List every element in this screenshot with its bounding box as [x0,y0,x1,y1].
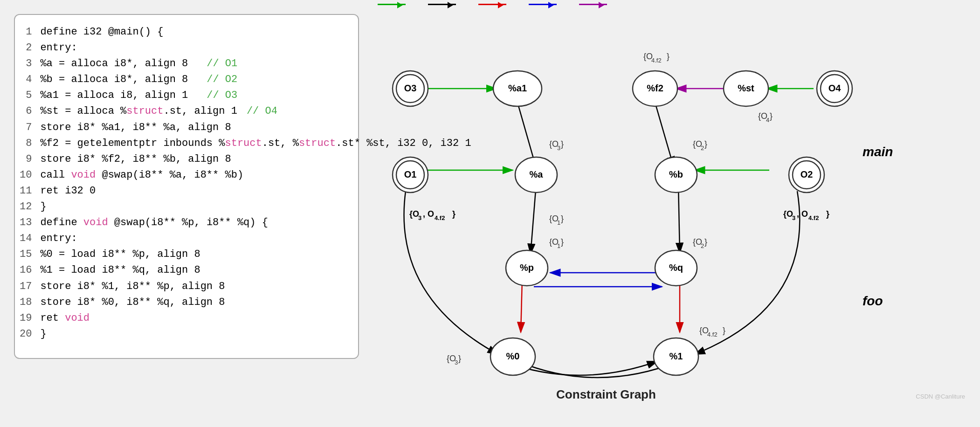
line-number: 16 [20,262,40,278]
line-number: 1 [20,24,40,40]
svg-text:}: } [826,209,829,219]
svg-text:O3: O3 [404,83,417,93]
line-number: 7 [20,120,40,136]
line-number: 5 [20,88,40,103]
line-number: 9 [20,152,40,167]
line-number: 18 [20,295,40,310]
line-number: 3 [20,56,40,72]
field-arrow [579,4,607,5]
line-number: 2 [20,40,40,56]
graph-panel: {O 3 } {O 1 } {O 2 } {O 1 } {O 2 } {O 3 … [368,0,980,427]
svg-text:, O: , O [423,209,434,219]
svg-text:}: } [561,214,564,223]
svg-text:4.f2: 4.f2 [707,331,718,338]
svg-text:3: 3 [557,145,560,152]
svg-text:4.f2: 4.f2 [651,57,662,64]
svg-text:}: } [561,139,564,149]
svg-text:CSDN @Canliture: CSDN @Canliture [916,393,965,400]
svg-text:4: 4 [766,117,769,124]
svg-text:}: } [452,209,455,219]
svg-line-14 [521,280,522,332]
svg-text:4.f2: 4.f2 [808,214,819,221]
graph-svg: {O 3 } {O 1 } {O 2 } {O 1 } {O 2 } {O 3 … [368,26,980,408]
svg-text:%st: %st [738,83,754,93]
svg-text:foo: foo [863,294,883,308]
svg-line-13 [678,184,680,253]
legend-address [378,4,409,5]
svg-text:%f2: %f2 [647,83,663,93]
svg-text:O2: O2 [801,169,813,179]
svg-text:}: } [704,237,707,247]
svg-text:, O: , O [797,209,808,219]
svg-text:1: 1 [557,219,560,226]
copy-arrow [428,4,456,5]
graph-container: {O 3 } {O 1 } {O 2 } {O 1 } {O 2 } {O 3 … [368,26,980,422]
line-number: 14 [20,231,40,247]
svg-text:%a: %a [530,169,544,179]
line-number: 19 [20,310,40,326]
svg-text:%b: %b [669,169,683,179]
llvm-ir-panel: 1 define i32 @main() { 2 entry: 3 %a = a… [14,14,359,359]
svg-text:main: main [863,145,893,159]
svg-text:4.f2: 4.f2 [435,214,445,221]
line-number: 20 [20,326,40,342]
line-number: 8 [20,136,40,152]
line-number: 6 [20,103,40,119]
legend-field [579,4,611,5]
line-number: 12 [20,199,40,215]
legend-load [478,4,510,5]
svg-text:%1: %1 [669,351,683,361]
svg-text:3: 3 [418,214,421,221]
address-arrow [378,4,406,5]
svg-text:O1: O1 [404,169,417,179]
line-number: 15 [20,247,40,262]
legend [378,4,611,5]
svg-text:}: } [723,326,725,335]
line-number: 4 [20,72,40,88]
svg-text:Constraint Graph: Constraint Graph [556,387,656,401]
svg-text:3: 3 [792,214,795,221]
svg-text:%0: %0 [506,351,520,361]
svg-text:2: 2 [701,145,704,152]
svg-text:%q: %q [669,262,683,273]
store-arrow [529,4,557,5]
line-number: 13 [20,215,40,231]
svg-text:1: 1 [557,242,560,249]
svg-text:}: } [561,237,564,247]
line-number: 10 [20,167,40,183]
svg-text:}: } [458,354,461,363]
svg-text:O4: O4 [828,83,842,93]
svg-text:%p: %p [520,262,534,273]
svg-text:{O: {O [409,209,419,219]
load-arrow [478,4,506,5]
legend-copy [428,4,460,5]
svg-text:}: } [770,111,773,121]
svg-text:}: } [667,52,669,61]
svg-text:3: 3 [455,359,458,366]
line-number: 11 [20,183,40,199]
svg-text:}: } [704,139,707,149]
legend-store [529,4,560,5]
svg-line-12 [531,184,536,254]
svg-text:%a1: %a1 [508,83,527,93]
svg-text:2: 2 [701,242,704,249]
svg-text:{O: {O [783,209,793,219]
line-number: 17 [20,279,40,295]
